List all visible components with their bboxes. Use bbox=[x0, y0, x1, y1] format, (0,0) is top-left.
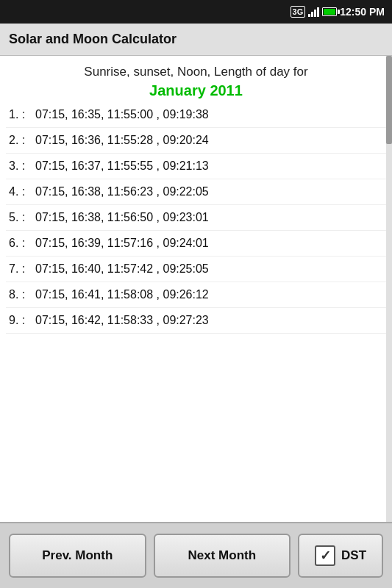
row-day-number: 3. : bbox=[9, 159, 35, 173]
checkmark-icon: ✓ bbox=[320, 549, 331, 562]
table-row: 6. :07:15, 16:39, 11:57:16 , 09:24:01 bbox=[6, 231, 386, 257]
status-icons: 3G 12:50 PM bbox=[291, 6, 385, 18]
subtitle-text: Sunrise, sunset, Noon, Length of day for bbox=[9, 63, 383, 81]
dst-button[interactable]: ✓ DST bbox=[298, 534, 383, 578]
row-day-number: 5. : bbox=[9, 211, 35, 224]
row-data-text: 07:15, 16:42, 11:58:33 , 09:27:23 bbox=[35, 314, 383, 327]
dst-label: DST bbox=[341, 548, 366, 563]
table-row: 8. :07:15, 16:41, 11:58:08 , 09:26:12 bbox=[6, 282, 386, 308]
row-day-number: 8. : bbox=[9, 288, 35, 301]
row-data-text: 07:15, 16:35, 11:55:00 , 09:19:38 bbox=[35, 108, 383, 121]
row-data-text: 07:15, 16:40, 11:57:42 , 09:25:05 bbox=[35, 262, 383, 276]
row-day-number: 9. : bbox=[9, 314, 35, 327]
table-row: 3. :07:15, 16:37, 11:55:55 , 09:21:13 bbox=[6, 154, 386, 179]
row-data-text: 07:15, 16:37, 11:55:55 , 09:21:13 bbox=[35, 159, 383, 173]
table-row: 1. :07:15, 16:35, 11:55:00 , 09:19:38 bbox=[6, 102, 386, 128]
signal-bars-icon bbox=[308, 7, 319, 17]
3g-icon: 3G bbox=[291, 6, 306, 18]
row-day-number: 1. : bbox=[9, 108, 35, 121]
data-rows: 1. :07:15, 16:35, 11:55:00 , 09:19:382. … bbox=[0, 102, 392, 334]
title-bar: Solar and Moon Calculator bbox=[0, 24, 392, 56]
row-data-text: 07:15, 16:41, 11:58:08 , 09:26:12 bbox=[35, 288, 383, 301]
row-day-number: 7. : bbox=[9, 262, 35, 276]
table-row: 9. :07:15, 16:42, 11:58:33 , 09:27:23 bbox=[6, 308, 386, 334]
row-data-text: 07:15, 16:38, 11:56:23 , 09:22:05 bbox=[35, 185, 383, 198]
dst-checkbox[interactable]: ✓ bbox=[315, 545, 335, 566]
battery-icon bbox=[322, 7, 337, 16]
main-content: Sunrise, sunset, Noon, Length of day for… bbox=[0, 56, 392, 522]
table-row: 7. :07:15, 16:40, 11:57:42 , 09:25:05 bbox=[6, 257, 386, 282]
scroll-thumb[interactable] bbox=[386, 56, 392, 144]
bottom-bar: Prev. Month Next Month ✓ DST bbox=[0, 522, 392, 588]
status-time: 12:50 PM bbox=[340, 6, 385, 18]
row-data-text: 07:15, 16:38, 11:56:50 , 09:23:01 bbox=[35, 211, 383, 224]
month-year-text: January 2011 bbox=[9, 82, 383, 99]
next-month-button[interactable]: Next Month bbox=[154, 534, 291, 578]
row-data-text: 07:15, 16:39, 11:57:16 , 09:24:01 bbox=[35, 237, 383, 250]
scrollbar[interactable] bbox=[386, 56, 392, 522]
status-bar: 3G 12:50 PM bbox=[0, 0, 392, 24]
row-day-number: 4. : bbox=[9, 185, 35, 198]
table-row: 5. :07:15, 16:38, 11:56:50 , 09:23:01 bbox=[6, 205, 386, 231]
row-data-text: 07:15, 16:36, 11:55:28 , 09:20:24 bbox=[35, 134, 383, 147]
table-row: 2. :07:15, 16:36, 11:55:28 , 09:20:24 bbox=[6, 128, 386, 154]
row-day-number: 2. : bbox=[9, 134, 35, 147]
prev-month-button[interactable]: Prev. Month bbox=[9, 534, 146, 578]
table-row: 4. :07:15, 16:38, 11:56:23 , 09:22:05 bbox=[6, 179, 386, 205]
app-title: Solar and Moon Calculator bbox=[9, 32, 177, 47]
header-section: Sunrise, sunset, Noon, Length of day for… bbox=[0, 56, 392, 102]
row-day-number: 6. : bbox=[9, 237, 35, 250]
